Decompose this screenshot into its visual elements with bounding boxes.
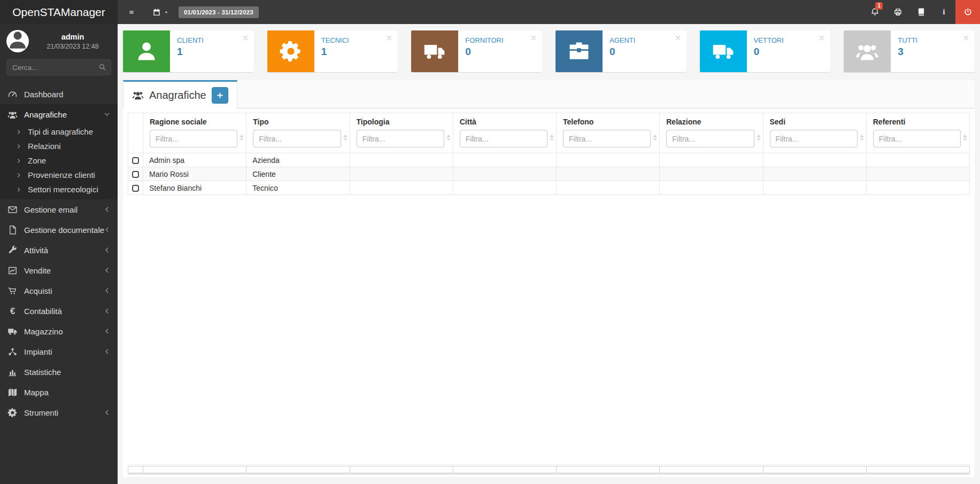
filter-input-sedi[interactable]	[770, 130, 858, 147]
chevron-left-icon	[104, 247, 110, 253]
infobox-label[interactable]: TUTTI	[898, 36, 917, 44]
user-panel: admin 21/03/2023 12:48	[0, 24, 118, 57]
sort-carets[interactable]	[963, 135, 967, 141]
sort-carets[interactable]	[653, 135, 657, 141]
filter-input-tipologia[interactable]	[357, 130, 444, 147]
sidebar-item-label: Dashboard	[24, 90, 63, 99]
sidebar-toggle-button[interactable]	[127, 7, 136, 17]
sidebar-item-label: Gestione email	[24, 205, 78, 214]
network-icon	[7, 347, 18, 357]
manual-button[interactable]	[909, 0, 932, 24]
sidebar-subitem-provenienze-clienti[interactable]: Provenienze clienti	[0, 168, 118, 182]
close-icon[interactable]	[674, 34, 682, 42]
cell-citta	[453, 181, 556, 195]
chevron-left-icon	[104, 409, 110, 416]
sidebar-item-magazzino[interactable]: Magazzino	[0, 321, 118, 341]
add-record-button[interactable]	[212, 87, 228, 104]
envelope-icon	[7, 205, 18, 215]
top-navbar: 01/01/2023 - 31/12/2023 1 i	[118, 0, 980, 24]
sort-carets[interactable]	[550, 135, 554, 141]
filter-input-citta[interactable]	[460, 130, 547, 147]
sidebar-item-gestione-email[interactable]: Gestione email	[0, 199, 118, 220]
print-button[interactable]	[886, 0, 909, 24]
infobox-label[interactable]: CLIENTI	[177, 36, 204, 44]
sidebar-item-impianti[interactable]: Impianti	[0, 341, 118, 362]
table-body: Admin spaAziendaMario RossiClienteStefan…	[128, 153, 970, 195]
sidebar-item-dashboard[interactable]: Dashboard	[0, 84, 118, 104]
sort-carets[interactable]	[446, 135, 451, 141]
chevron-left-icon	[104, 328, 110, 334]
sort-carets[interactable]	[343, 135, 348, 141]
column-header-tipologia: Tipologia	[350, 113, 453, 153]
bar-chart-icon	[7, 367, 18, 377]
infobox-value: 1	[321, 46, 349, 58]
close-icon[interactable]	[385, 34, 393, 42]
cell-relazione	[660, 167, 763, 181]
sidebar-item-acquisti[interactable]: Acquisti	[0, 280, 118, 301]
sort-carets[interactable]	[240, 135, 244, 141]
filter-input-relazione[interactable]	[666, 130, 754, 147]
sidebar-subitem-relazioni[interactable]: Relazioni	[0, 139, 118, 153]
infobox-label[interactable]: VETTORI	[754, 36, 784, 44]
close-icon[interactable]	[962, 34, 970, 42]
sidebar-item-vendite[interactable]: Vendite	[0, 260, 118, 280]
close-icon[interactable]	[242, 34, 249, 42]
table-row[interactable]: Admin spaAzienda	[128, 153, 970, 167]
column-title: Telefono	[563, 118, 651, 126]
info-button[interactable]: i	[932, 0, 955, 24]
close-icon[interactable]	[530, 34, 537, 42]
notifications-button[interactable]: 1	[863, 0, 886, 24]
cell-referenti	[866, 153, 969, 167]
sort-carets[interactable]	[757, 135, 761, 141]
sidebar-item-gestione-documentale[interactable]: Gestione documentale	[0, 220, 118, 240]
sidebar-item-attivita[interactable]: Attività	[0, 240, 118, 260]
column-title: Referenti	[873, 118, 961, 126]
row-checkbox[interactable]	[132, 157, 139, 164]
table-row[interactable]: Mario RossiCliente	[128, 167, 970, 181]
date-range-badge[interactable]: 01/01/2023 - 31/12/2023	[179, 6, 259, 18]
infobox-label[interactable]: FORNITORI	[465, 36, 503, 44]
sidebar-subitem-label: Tipi di anagrafiche	[28, 127, 93, 136]
truck-icon	[7, 326, 18, 337]
tabs-bar: Anagrafiche	[123, 80, 975, 108]
sidebar-subitem-settori-merceologici[interactable]: Settori merceologici	[0, 182, 118, 197]
filter-input-ragione-sociale[interactable]	[150, 130, 237, 147]
sort-carets[interactable]	[860, 135, 864, 141]
column-title: Tipo	[253, 118, 341, 126]
column-header-referenti: Referenti	[866, 113, 969, 153]
row-select-cell	[128, 181, 143, 195]
sidebar-subitem-label: Settori merceologici	[28, 185, 98, 194]
navbar-actions: 1 i	[863, 0, 980, 24]
table-footer	[128, 464, 970, 475]
column-title: Sedi	[770, 118, 858, 126]
caret-down-icon	[164, 10, 169, 15]
table-row[interactable]: Stefano BianchiTecnico	[128, 181, 970, 195]
sidebar-item-anagrafiche[interactable]: Anagrafiche	[0, 104, 118, 124]
cell-tipologia	[350, 153, 453, 167]
row-checkbox[interactable]	[132, 171, 139, 178]
filter-input-referenti[interactable]	[873, 130, 961, 147]
infobox-value: 3	[898, 46, 917, 58]
infobox-label[interactable]: TECNICI	[321, 36, 349, 44]
sidebar-item-contabilita[interactable]: € Contabilità	[0, 301, 118, 321]
cell-ragione-sociale: Stefano Bianchi	[143, 181, 246, 195]
infobox-clienti: CLIENTI 1	[123, 30, 254, 72]
sidebar-subitem-tipi-di-anagrafiche[interactable]: Tipi di anagrafiche	[0, 124, 118, 139]
period-selector-button[interactable]	[150, 8, 171, 17]
row-checkbox[interactable]	[132, 185, 139, 192]
tab-anagrafiche[interactable]: Anagrafiche	[123, 80, 237, 108]
wrench-icon	[7, 245, 18, 255]
map-icon	[7, 387, 18, 397]
sidebar-item-label: Vendite	[24, 266, 51, 275]
sidebar-item-strumenti[interactable]: Strumenti	[0, 402, 118, 423]
infobox-label[interactable]: AGENTI	[609, 36, 635, 44]
cell-telefono	[557, 167, 660, 181]
logout-button[interactable]	[955, 0, 980, 24]
sidebar-item-statistiche[interactable]: Statistiche	[0, 362, 118, 382]
filter-input-tipo[interactable]	[253, 130, 341, 147]
sidebar-item-mappa[interactable]: Mappa	[0, 382, 118, 402]
search-input[interactable]	[6, 59, 111, 75]
sidebar-subitem-zone[interactable]: Zone	[0, 153, 118, 168]
filter-input-telefono[interactable]	[563, 130, 651, 147]
close-icon[interactable]	[818, 34, 825, 42]
